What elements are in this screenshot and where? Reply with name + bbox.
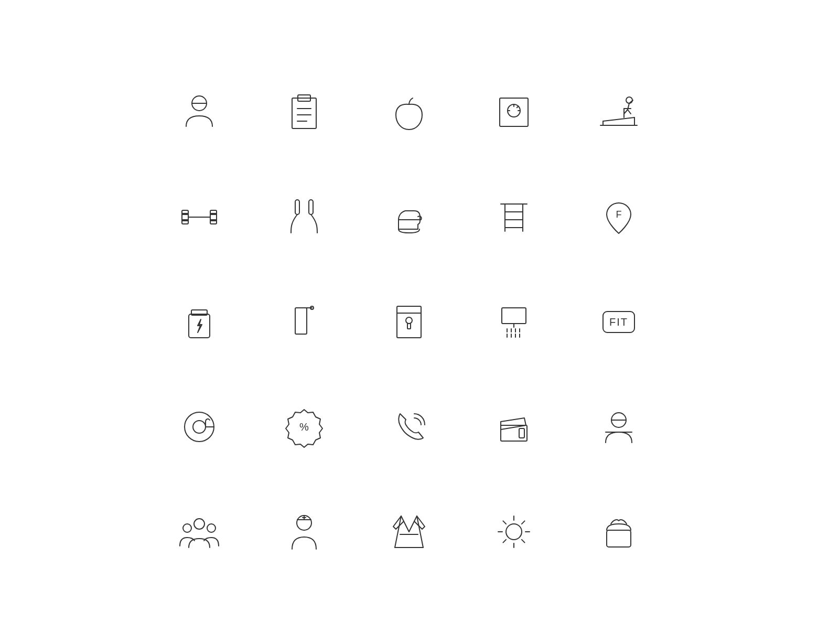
person-icon (147, 60, 252, 165)
discount-icon: % (252, 374, 357, 479)
svg-line-18 (603, 117, 634, 121)
location-f-icon: F (566, 165, 671, 270)
svg-text:F: F (616, 209, 622, 220)
icon-grid: F (147, 60, 671, 584)
cream-icon (566, 479, 671, 584)
svg-rect-45 (295, 308, 307, 334)
sun-icon (461, 479, 566, 584)
group-icon (147, 479, 252, 584)
user-avatar-icon (566, 374, 671, 479)
treadmill-icon (566, 60, 671, 165)
svg-point-47 (406, 317, 412, 324)
svg-text:FIT: FIT (609, 316, 628, 328)
wallet-icon (461, 374, 566, 479)
svg-point-63 (193, 421, 206, 433)
svg-line-16 (628, 110, 631, 114)
svg-point-71 (194, 519, 204, 529)
shower-icon (461, 270, 566, 374)
svg-rect-31 (295, 200, 299, 214)
svg-rect-32 (309, 200, 313, 214)
svg-rect-48 (407, 324, 411, 329)
pool-icon (461, 165, 566, 270)
email-icon (147, 374, 252, 479)
svg-line-85 (503, 521, 506, 524)
svg-line-87 (522, 521, 525, 524)
phone-icon (357, 374, 461, 479)
svg-rect-67 (519, 428, 524, 438)
svg-point-73 (207, 524, 216, 532)
svg-line-15 (624, 110, 628, 114)
svg-point-13 (626, 97, 632, 103)
boxing-glove-icon (357, 165, 461, 270)
towel-icon (252, 270, 357, 374)
dumbbell-icon (147, 165, 252, 270)
svg-line-12 (517, 106, 519, 108)
svg-rect-7 (500, 98, 528, 126)
fit-badge-icon: FIT (566, 270, 671, 374)
kimono-icon (357, 479, 461, 584)
protein-icon (147, 270, 252, 374)
scale-icon (461, 60, 566, 165)
svg-point-80 (506, 524, 522, 540)
clipboard-icon (252, 60, 357, 165)
jump-rope-icon (252, 165, 357, 270)
svg-rect-89 (607, 530, 631, 547)
svg-rect-50 (502, 308, 526, 324)
svg-point-72 (183, 524, 191, 532)
svg-rect-2 (292, 98, 316, 128)
svg-rect-46 (397, 306, 421, 338)
svg-line-86 (522, 540, 525, 543)
apple-icon (357, 60, 461, 165)
svg-line-88 (503, 540, 506, 543)
svg-text:%: % (299, 421, 309, 433)
nurse-icon (252, 479, 357, 584)
locker-icon (357, 270, 461, 374)
